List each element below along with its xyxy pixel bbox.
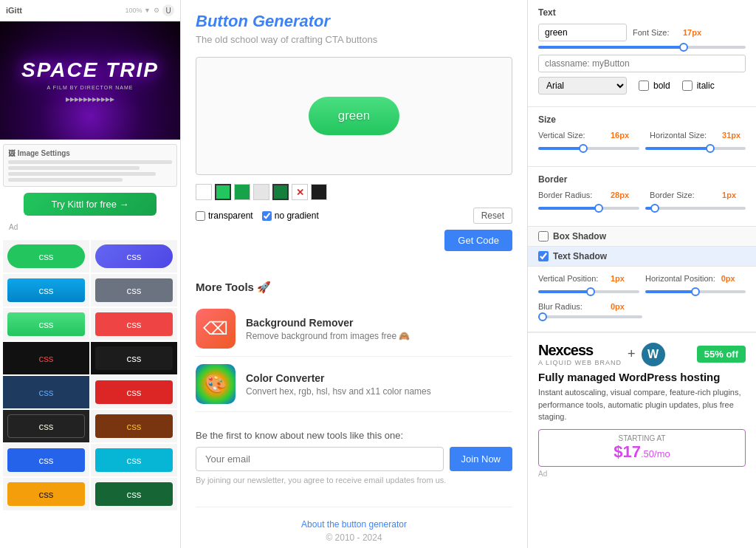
list-item[interactable]: css [3, 410, 89, 442]
vertical-pos-slider-thumb[interactable] [586, 287, 595, 296]
list-item[interactable]: css [3, 342, 89, 374]
text-shadow-checkbox[interactable] [538, 251, 549, 261]
list-item[interactable]: css [3, 376, 89, 408]
tool-card-color-converter[interactable]: 🎨 Color Converter Convert hex, rgb, hsl,… [196, 357, 512, 412]
list-item[interactable]: css [3, 444, 89, 476]
sample-button-6[interactable]: css [95, 312, 173, 336]
border-section-title: Border [538, 174, 746, 185]
bold-option[interactable]: bold [639, 81, 670, 91]
sample-button-4[interactable]: css [95, 278, 173, 302]
app-logo: iGitt [6, 6, 22, 15]
swatch-dark[interactable] [311, 184, 327, 200]
reset-button[interactable]: Reset [473, 208, 512, 224]
bg-remover-name: Background Remover [246, 317, 410, 329]
eraser-icon: ⌫ [203, 318, 228, 339]
space-trip-subtitle: A FILM BY DIRECTOR NAME [21, 85, 159, 90]
font-size-slider-thumb[interactable] [679, 43, 688, 52]
get-code-button[interactable]: Get Code [444, 230, 512, 251]
list-item[interactable]: css [91, 478, 177, 510]
list-item[interactable]: css [3, 308, 89, 340]
transparent-option[interactable]: transparent [196, 210, 253, 221]
horizontal-slider-track [645, 147, 746, 150]
sample-button-5[interactable]: css [7, 312, 85, 336]
bold-checkbox[interactable] [639, 81, 649, 91]
swatch-dark-green[interactable] [272, 184, 289, 200]
vertical-pos-label: Vertical Position: [538, 274, 605, 283]
classname-input[interactable] [538, 55, 746, 72]
list-item[interactable]: css [91, 444, 177, 476]
border-radius-slider-track [538, 207, 639, 210]
horizontal-pos-slider-thumb[interactable] [691, 287, 700, 296]
list-item[interactable]: css [91, 410, 177, 442]
box-shadow-section[interactable]: Box Shadow [528, 227, 756, 247]
horizontal-slider-thumb[interactable] [706, 144, 715, 153]
starting-at-label: STARTING AT [546, 434, 738, 442]
list-item[interactable]: css [3, 478, 89, 510]
sample-button-10[interactable]: css [95, 380, 173, 404]
list-item[interactable]: css [91, 274, 177, 306]
swatch-white[interactable] [196, 184, 212, 200]
sample-button-7[interactable]: css [7, 346, 85, 370]
border-size-slider-thumb[interactable] [650, 204, 659, 213]
email-input[interactable] [196, 447, 444, 471]
sample-button-16[interactable]: css [95, 482, 173, 506]
swatch-light-gray[interactable] [253, 184, 269, 200]
sample-button-2[interactable]: css [95, 244, 173, 268]
text-shadow-section[interactable]: Text Shadow [528, 247, 756, 267]
italic-checkbox[interactable] [682, 81, 693, 91]
vertical-pos-value: 1px [611, 274, 625, 283]
bg-remover-desc: Remove background from images free 🙈 [246, 331, 410, 341]
no-gradient-checkbox[interactable] [262, 211, 272, 221]
sample-button-15[interactable]: css [7, 482, 85, 506]
sample-button-8[interactable]: css [95, 346, 173, 370]
font-size-label: Font Size: [633, 28, 677, 37]
plus-sign: + [628, 346, 636, 362]
color-swatches: ✕ [196, 184, 512, 200]
about-link[interactable]: About the button generator [301, 519, 407, 530]
list-item[interactable]: css [91, 240, 177, 273]
sample-button-13[interactable]: css [7, 448, 85, 472]
list-item[interactable]: css [3, 274, 89, 306]
button-preview-area: green [196, 57, 512, 175]
join-now-button[interactable]: Join Now [450, 447, 512, 471]
copyright: © 2010 - 2024 [196, 532, 512, 543]
sample-button-3[interactable]: css [7, 278, 85, 302]
text-section-title: Text [538, 7, 746, 18]
blur-radius-label: Blur Radius: [538, 302, 605, 311]
space-trip-ad[interactable]: SPACE TRIP A FILM BY DIRECTOR NAME ▶▶▶▶▶… [0, 21, 180, 140]
list-item[interactable]: css [3, 240, 89, 273]
vertical-size-label: Vertical Size: [538, 131, 605, 140]
space-trip-title: SPACE TRIP [21, 58, 159, 82]
vertical-slider-thumb[interactable] [579, 144, 588, 153]
sample-button-11[interactable]: css [7, 414, 85, 438]
sample-button-12[interactable]: css [95, 414, 173, 438]
list-item[interactable]: css [91, 376, 177, 408]
sample-button-9[interactable]: css [7, 380, 85, 404]
text-value-input[interactable] [538, 24, 627, 41]
blur-radius-slider-thumb[interactable] [538, 312, 547, 321]
kittl-cta-button[interactable]: Try Kittl for free → [24, 193, 157, 216]
color-wheel-icon: 🎨 [205, 374, 227, 394]
border-radius-label: Border Radius: [538, 191, 605, 199]
sample-button-14[interactable]: css [95, 448, 173, 472]
text-shadow-controls: Vertical Position: 1px Horizontal Positi… [528, 267, 756, 332]
box-shadow-checkbox[interactable] [538, 231, 549, 242]
transparent-checkbox[interactable] [196, 211, 205, 221]
border-radius-slider-thumb[interactable] [594, 204, 603, 213]
list-item[interactable]: css [91, 342, 177, 374]
list-item[interactable]: css [91, 308, 177, 340]
ad-tag: Ad [538, 470, 746, 478]
swatch-green-light[interactable] [215, 184, 231, 200]
tool-card-bg-remover[interactable]: ⌫ Background Remover Remove background f… [196, 301, 512, 357]
font-family-select[interactable]: Arial Georgia Verdana [538, 77, 627, 95]
price-box[interactable]: STARTING AT $17 .50/mo [538, 429, 746, 467]
no-gradient-option[interactable]: no gradient [262, 210, 319, 221]
border-radius-value: 28px [611, 191, 629, 199]
sample-button-1[interactable]: css [7, 244, 85, 268]
italic-option[interactable]: italic [682, 81, 715, 91]
preview-button[interactable]: green [309, 97, 399, 135]
swatch-red-x[interactable]: ✕ [292, 184, 308, 200]
border-size-value: 1px [722, 191, 736, 199]
horizontal-size-label: Horizontal Size: [650, 131, 716, 140]
swatch-green-dark[interactable] [234, 184, 250, 200]
